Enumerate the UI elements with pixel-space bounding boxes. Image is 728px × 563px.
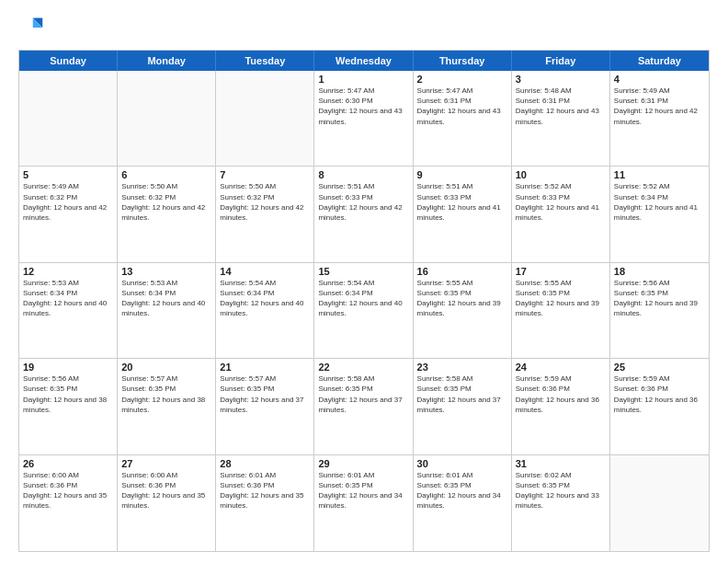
weekday-header: Saturday — [610, 51, 709, 71]
calendar-cell: 6Sunrise: 5:50 AM Sunset: 6:32 PM Daylig… — [118, 167, 216, 261]
cell-info: Sunrise: 5:59 AM Sunset: 6:36 PM Dayligh… — [516, 373, 606, 415]
day-number: 9 — [417, 169, 507, 180]
cell-info: Sunrise: 5:56 AM Sunset: 6:35 PM Dayligh… — [614, 278, 705, 319]
cell-info: Sunrise: 6:01 AM Sunset: 6:35 PM Dayligh… — [417, 470, 507, 511]
calendar-cell — [118, 71, 216, 166]
calendar-cell: 24Sunrise: 5:59 AM Sunset: 6:36 PM Dayli… — [512, 359, 610, 454]
calendar-cell: 8Sunrise: 5:51 AM Sunset: 6:33 PM Daylig… — [314, 167, 413, 261]
day-number: 6 — [121, 169, 211, 180]
day-number: 15 — [318, 266, 408, 277]
cell-info: Sunrise: 6:01 AM Sunset: 6:36 PM Dayligh… — [220, 470, 310, 511]
weekday-header: Thursday — [414, 51, 512, 71]
calendar-cell: 5Sunrise: 5:49 AM Sunset: 6:32 PM Daylig… — [19, 167, 118, 261]
calendar-cell: 4Sunrise: 5:49 AM Sunset: 6:31 PM Daylig… — [610, 71, 709, 166]
cell-info: Sunrise: 5:58 AM Sunset: 6:35 PM Dayligh… — [417, 373, 507, 415]
cell-info: Sunrise: 5:59 AM Sunset: 6:36 PM Dayligh… — [614, 373, 705, 415]
calendar-row: 1Sunrise: 5:47 AM Sunset: 6:30 PM Daylig… — [19, 71, 709, 167]
weekday-header: Wednesday — [314, 51, 413, 71]
calendar-header: SundayMondayTuesdayWednesdayThursdayFrid… — [19, 51, 709, 71]
calendar-cell: 13Sunrise: 5:53 AM Sunset: 6:34 PM Dayli… — [118, 263, 216, 358]
calendar-cell: 28Sunrise: 6:01 AM Sunset: 6:36 PM Dayli… — [216, 455, 314, 551]
calendar-cell: 2Sunrise: 5:47 AM Sunset: 6:31 PM Daylig… — [414, 71, 512, 166]
calendar-cell: 9Sunrise: 5:51 AM Sunset: 6:33 PM Daylig… — [414, 167, 512, 261]
day-number: 14 — [220, 266, 310, 277]
cell-info: Sunrise: 5:54 AM Sunset: 6:34 PM Dayligh… — [318, 278, 408, 319]
calendar-cell: 11Sunrise: 5:52 AM Sunset: 6:34 PM Dayli… — [610, 167, 709, 261]
calendar-row: 26Sunrise: 6:00 AM Sunset: 6:36 PM Dayli… — [19, 455, 709, 551]
day-number: 29 — [318, 458, 408, 469]
weekday-header: Sunday — [19, 51, 118, 71]
calendar-cell: 25Sunrise: 5:59 AM Sunset: 6:36 PM Dayli… — [610, 359, 709, 454]
day-number: 20 — [121, 362, 211, 373]
day-number: 28 — [220, 458, 310, 469]
logo-icon — [18, 15, 44, 40]
calendar-cell: 26Sunrise: 6:00 AM Sunset: 6:36 PM Dayli… — [19, 455, 118, 551]
header — [18, 15, 710, 40]
cell-info: Sunrise: 5:50 AM Sunset: 6:32 PM Dayligh… — [121, 181, 211, 223]
calendar-cell: 18Sunrise: 5:56 AM Sunset: 6:35 PM Dayli… — [610, 263, 709, 358]
day-number: 12 — [23, 266, 113, 277]
calendar-cell — [19, 71, 118, 166]
cell-info: Sunrise: 5:51 AM Sunset: 6:33 PM Dayligh… — [417, 181, 507, 223]
calendar: SundayMondayTuesdayWednesdayThursdayFrid… — [18, 50, 710, 552]
calendar-cell: 14Sunrise: 5:54 AM Sunset: 6:34 PM Dayli… — [216, 263, 314, 358]
cell-info: Sunrise: 5:57 AM Sunset: 6:35 PM Dayligh… — [121, 373, 211, 415]
calendar-cell: 19Sunrise: 5:56 AM Sunset: 6:35 PM Dayli… — [19, 359, 118, 454]
calendar-cell: 7Sunrise: 5:50 AM Sunset: 6:32 PM Daylig… — [216, 167, 314, 261]
calendar-cell: 27Sunrise: 6:00 AM Sunset: 6:36 PM Dayli… — [118, 455, 216, 551]
cell-info: Sunrise: 5:48 AM Sunset: 6:31 PM Dayligh… — [516, 86, 606, 127]
cell-info: Sunrise: 5:57 AM Sunset: 6:35 PM Dayligh… — [220, 373, 310, 415]
calendar-cell: 10Sunrise: 5:52 AM Sunset: 6:33 PM Dayli… — [512, 167, 610, 261]
day-number: 13 — [121, 266, 211, 277]
cell-info: Sunrise: 5:56 AM Sunset: 6:35 PM Dayligh… — [23, 373, 113, 415]
calendar-cell — [610, 455, 709, 551]
calendar-row: 12Sunrise: 5:53 AM Sunset: 6:34 PM Dayli… — [19, 263, 709, 359]
calendar-cell: 15Sunrise: 5:54 AM Sunset: 6:34 PM Dayli… — [314, 263, 413, 358]
cell-info: Sunrise: 5:50 AM Sunset: 6:32 PM Dayligh… — [220, 181, 310, 223]
calendar-cell: 30Sunrise: 6:01 AM Sunset: 6:35 PM Dayli… — [414, 455, 512, 551]
day-number: 23 — [417, 362, 507, 373]
calendar-cell: 29Sunrise: 6:01 AM Sunset: 6:35 PM Dayli… — [314, 455, 413, 551]
day-number: 3 — [516, 74, 606, 85]
day-number: 17 — [516, 266, 606, 277]
cell-info: Sunrise: 5:58 AM Sunset: 6:35 PM Dayligh… — [318, 373, 408, 415]
calendar-row: 5Sunrise: 5:49 AM Sunset: 6:32 PM Daylig… — [19, 167, 709, 262]
cell-info: Sunrise: 5:52 AM Sunset: 6:33 PM Dayligh… — [516, 181, 606, 223]
day-number: 10 — [516, 169, 606, 180]
calendar-cell: 23Sunrise: 5:58 AM Sunset: 6:35 PM Dayli… — [414, 359, 512, 454]
day-number: 2 — [417, 74, 507, 85]
cell-info: Sunrise: 5:52 AM Sunset: 6:34 PM Dayligh… — [614, 181, 705, 223]
page: SundayMondayTuesdayWednesdayThursdayFrid… — [0, 0, 728, 563]
cell-info: Sunrise: 6:00 AM Sunset: 6:36 PM Dayligh… — [121, 470, 211, 511]
cell-info: Sunrise: 5:49 AM Sunset: 6:31 PM Dayligh… — [614, 86, 705, 127]
cell-info: Sunrise: 6:00 AM Sunset: 6:36 PM Dayligh… — [23, 470, 113, 511]
day-number: 21 — [220, 362, 310, 373]
cell-info: Sunrise: 5:55 AM Sunset: 6:35 PM Dayligh… — [417, 278, 507, 319]
calendar-cell: 3Sunrise: 5:48 AM Sunset: 6:31 PM Daylig… — [512, 71, 610, 166]
day-number: 16 — [417, 266, 507, 277]
day-number: 31 — [516, 458, 606, 469]
calendar-cell: 12Sunrise: 5:53 AM Sunset: 6:34 PM Dayli… — [19, 263, 118, 358]
day-number: 30 — [417, 458, 507, 469]
calendar-row: 19Sunrise: 5:56 AM Sunset: 6:35 PM Dayli… — [19, 359, 709, 454]
day-number: 18 — [614, 266, 705, 277]
cell-info: Sunrise: 5:49 AM Sunset: 6:32 PM Dayligh… — [23, 181, 113, 223]
day-number: 1 — [318, 74, 408, 85]
cell-info: Sunrise: 5:54 AM Sunset: 6:34 PM Dayligh… — [220, 278, 310, 319]
day-number: 11 — [614, 169, 705, 180]
day-number: 22 — [318, 362, 408, 373]
calendar-cell — [216, 71, 314, 166]
cell-info: Sunrise: 5:55 AM Sunset: 6:35 PM Dayligh… — [516, 278, 606, 319]
cell-info: Sunrise: 5:51 AM Sunset: 6:33 PM Dayligh… — [318, 181, 408, 223]
logo — [18, 15, 48, 40]
day-number: 27 — [121, 458, 211, 469]
calendar-cell: 21Sunrise: 5:57 AM Sunset: 6:35 PM Dayli… — [216, 359, 314, 454]
cell-info: Sunrise: 5:53 AM Sunset: 6:34 PM Dayligh… — [121, 278, 211, 319]
day-number: 19 — [23, 362, 113, 373]
cell-info: Sunrise: 5:53 AM Sunset: 6:34 PM Dayligh… — [23, 278, 113, 319]
weekday-header: Friday — [512, 51, 610, 71]
day-number: 24 — [516, 362, 606, 373]
cell-info: Sunrise: 6:01 AM Sunset: 6:35 PM Dayligh… — [318, 470, 408, 511]
calendar-cell: 31Sunrise: 6:02 AM Sunset: 6:35 PM Dayli… — [512, 455, 610, 551]
calendar-cell: 16Sunrise: 5:55 AM Sunset: 6:35 PM Dayli… — [414, 263, 512, 358]
